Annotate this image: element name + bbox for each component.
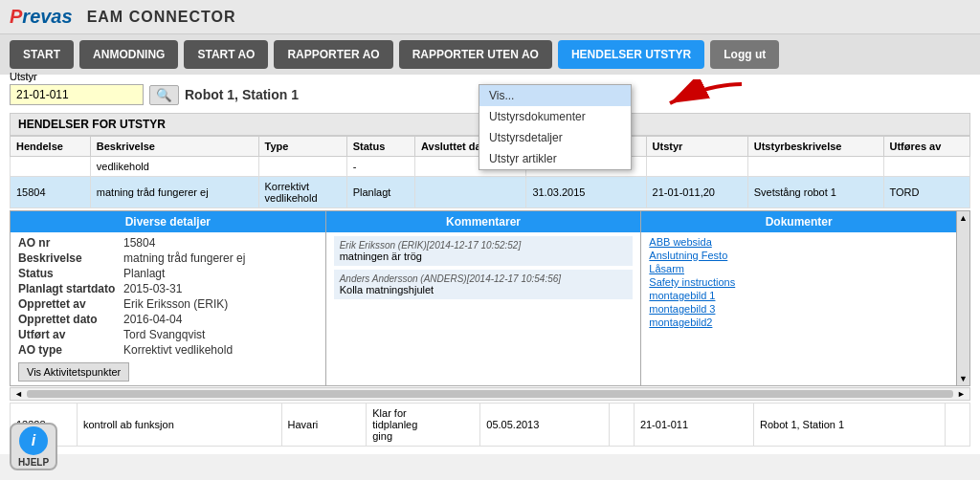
table-row: 15804 matning tråd fungerer ej Korrektiv… (11, 177, 970, 208)
detail-dokumenter: Dokumenter ABB websida Anslutning Festo … (641, 210, 957, 386)
doc-abb-websida[interactable]: ABB websida (649, 236, 948, 248)
main-content: Utstyr Utstyr 🔍 Robot 1, Station 1 Vis..… (0, 75, 980, 454)
dropdown-menu: Vis... Utstyrsdokumenter Utstyrsdetaljer… (479, 84, 632, 170)
col-utfores: Utføres av (883, 137, 969, 157)
comment-2-text: Kolla matningshjulet (340, 284, 628, 295)
dropdown-utstyrsdetaljer[interactable]: Utstyrsdetaljer (479, 127, 631, 148)
cell-utstyr: 21-01-011,20 (646, 177, 747, 208)
nav-start-ao[interactable]: START AO (184, 40, 268, 69)
horizontal-scrollbar[interactable]: ◄ ► (10, 387, 970, 401)
cell-utfores (883, 157, 969, 177)
col-beskrivelse: Beskrivelse (90, 137, 258, 157)
utstyr-row: Utstyr Utstyr 🔍 Robot 1, Station 1 Vis..… (10, 82, 970, 105)
doc-montagebild-2[interactable]: montagebild2 (649, 316, 948, 328)
detail-field-opprettet-dato: Opprettet dato 2016-04-04 (18, 313, 318, 326)
comment-2-author: Anders Andersson (ANDERS)[2014-12-17 10:… (340, 273, 628, 284)
col-hendelse: Hendelse (11, 137, 91, 157)
cell-status-bottom: Klar fortidplanlegging (367, 404, 480, 447)
detail-field-planlagt: Planlagt startdato 2015-03-31 (18, 282, 318, 295)
cell-status: - (346, 157, 414, 177)
cell-planl: 31.03.2015 (526, 177, 646, 208)
doc-safety-instructions[interactable]: Safety instructions (649, 276, 948, 288)
help-button[interactable]: i HJELP (10, 423, 57, 470)
cell-id (11, 157, 91, 177)
cell-type-bottom: Havari (281, 404, 367, 447)
scroll-left-icon[interactable]: ◄ (11, 389, 27, 399)
nav-start[interactable]: START (10, 40, 74, 69)
doc-lasarm[interactable]: Låsarm (649, 263, 948, 274)
scroll-down-icon[interactable]: ▼ (959, 374, 968, 383)
cell-type: Korrektivtvedlikehold (258, 177, 346, 208)
col-type: Type (258, 137, 346, 157)
detail-kommentarer: Kommentarer Erik Eriksson (ERIK)[2014-12… (326, 210, 642, 386)
utstyr-name: Robot 1, Station 1 (185, 87, 299, 102)
logo: Prevas (10, 6, 73, 28)
search-button[interactable]: 🔍 (149, 85, 179, 105)
cell-avsluttet (415, 177, 526, 208)
cell-utfores: TORD (883, 177, 969, 208)
right-scrollbar[interactable]: ▲ ▼ (957, 210, 970, 386)
comment-1-text: matningen är trög (340, 251, 628, 262)
cell-id: 15804 (11, 177, 91, 208)
comment-1-author: Erik Eriksson (ERIK)[2014-12-17 10:52:52… (340, 240, 628, 251)
bottom-table: 13328 kontroll ab funksjon Havari Klar f… (10, 403, 970, 447)
detail-kommentarer-header: Kommentarer (326, 211, 641, 232)
cell-utfores-bottom (946, 404, 970, 447)
doc-montagebild-1[interactable]: montagebild 1 (649, 290, 948, 301)
detail-field-ao-type: AO type Korrektivt vedlikehold (18, 343, 318, 357)
cell-desc: matning tråd fungerer ej (90, 177, 258, 208)
detail-field-utfort-av: Utført av Tord Svangqvist (18, 328, 318, 341)
cell-status: Planlagt (346, 177, 414, 208)
utstyr-field-label: Utstyr (10, 71, 37, 82)
doc-anslutning-festo[interactable]: Anslutning Festo (649, 250, 948, 261)
scroll-up-icon[interactable]: ▲ (959, 213, 968, 223)
cell-utstyr (646, 157, 747, 177)
nav-logg-ut[interactable]: Logg ut (710, 40, 779, 69)
detail-panel: Diverse detaljer AO nr 15804 Beskrivelse… (10, 210, 970, 386)
scroll-right-icon[interactable]: ► (953, 389, 969, 399)
cell-type (258, 157, 346, 177)
detail-dokumenter-header: Dokumenter (641, 211, 956, 232)
cell-utstyrbeskr (747, 157, 883, 177)
help-label: HJELP (18, 457, 49, 468)
cell-avsluttet-bottom: 05.05.2013 (480, 404, 610, 447)
nav-anmodning[interactable]: ANMODNING (79, 40, 178, 69)
comment-1: Erik Eriksson (ERIK)[2014-12-17 10:52:52… (334, 236, 634, 266)
dropdown-utstyrsdokumenter[interactable]: Utstyrsdokumenter (479, 106, 631, 127)
detail-diverse-header: Diverse detaljer (11, 211, 325, 232)
nav-rapporter-uten-ao[interactable]: RAPPORTER UTEN AO (399, 40, 552, 69)
app-title: EAM CONNECTOR (87, 9, 236, 26)
utstyr-input[interactable] (10, 84, 144, 105)
app-header: Prevas EAM CONNECTOR (0, 0, 980, 34)
detail-field-opprettet-av: Opprettet av Erik Eriksson (ERIK) (18, 297, 318, 311)
doc-montagebild-3[interactable]: montagebild 3 (649, 303, 948, 315)
search-icon: 🔍 (156, 88, 172, 102)
dropdown-utstyr-artikler[interactable]: Utstyr artikler (479, 148, 631, 169)
detail-diverse: Diverse detaljer AO nr 15804 Beskrivelse… (10, 210, 326, 386)
col-status: Status (346, 137, 414, 157)
cell-desc: vedlikehold (90, 157, 258, 177)
cell-utstyrbeskr: Svetstång robot 1 (747, 177, 883, 208)
cell-utstyr-bottom: 21-01-011 (634, 404, 753, 447)
scrollbar-track (27, 390, 953, 398)
vis-aktivitetspunkter-button[interactable]: Vis Aktivitetspunkter (18, 362, 129, 382)
dropdown-vis[interactable]: Vis... (479, 85, 631, 106)
cell-planl-bottom (610, 404, 635, 447)
nav-hendelser-utstyr[interactable]: HENDELSER UTSTYR (558, 40, 704, 69)
nav-bar: START ANMODNING START AO RAPPORTER AO RA… (0, 34, 980, 75)
detail-field-beskrivelse: Beskrivelse matning tråd fungerer ej (18, 251, 318, 265)
arrow-indicator (660, 79, 746, 120)
table-row: 13328 kontroll ab funksjon Havari Klar f… (11, 404, 970, 447)
help-icon: i (19, 426, 48, 455)
col-utstyr: Utstyr (646, 137, 747, 157)
nav-rapporter-ao[interactable]: RAPPORTER AO (274, 40, 392, 69)
detail-field-status: Status Planlagt (18, 267, 318, 280)
col-utstyrbeskr: Utstyrbeskrivelse (747, 137, 883, 157)
detail-field-ao-nr: AO nr 15804 (18, 236, 318, 250)
cell-desc-bottom: kontroll ab funksjon (78, 404, 282, 447)
comment-2: Anders Andersson (ANDERS)[2014-12-17 10:… (334, 270, 634, 299)
cell-utstyrbeskr-bottom: Robot 1, Station 1 (753, 404, 945, 447)
